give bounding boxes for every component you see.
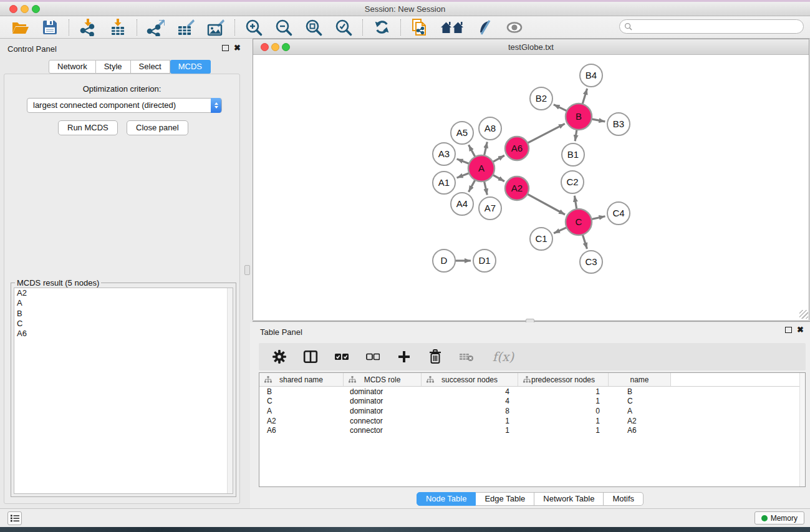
scrollbar-track[interactable] xyxy=(799,373,805,486)
cell-successor-nodes[interactable]: 8 xyxy=(422,407,518,415)
cell-shared-name[interactable]: A2 xyxy=(259,417,344,425)
close-panel-icon[interactable]: ✖ xyxy=(797,326,804,334)
zoom-out-icon[interactable] xyxy=(274,18,294,37)
list-item[interactable]: B xyxy=(14,309,233,319)
network-window-titlebar[interactable]: testGlobe.txt xyxy=(253,39,809,55)
cell-name[interactable]: C xyxy=(609,397,671,405)
zoom-in-icon[interactable] xyxy=(244,18,264,37)
cell-successor-nodes[interactable]: 4 xyxy=(422,387,518,396)
list-item[interactable]: A2 xyxy=(14,288,233,298)
cell-predecessor-nodes[interactable]: 0 xyxy=(518,407,609,415)
table-row[interactable]: B dominator 4 1 B xyxy=(259,387,805,397)
function-builder-button[interactable]: f(x) xyxy=(489,349,517,365)
run-mcds-button[interactable]: Run MCDS xyxy=(58,120,118,135)
cell-mcds-role[interactable]: dominator xyxy=(344,407,422,415)
tab-network[interactable]: Network xyxy=(49,60,96,74)
tab-style[interactable]: Style xyxy=(96,60,131,74)
clone-network-icon[interactable] xyxy=(410,18,430,37)
close-panel-button[interactable]: Close panel xyxy=(127,120,188,135)
graph-edge[interactable] xyxy=(493,155,504,162)
resize-grip-icon[interactable] xyxy=(799,310,808,319)
network-home-icon[interactable] xyxy=(440,18,465,37)
cell-predecessor-nodes[interactable]: 1 xyxy=(518,387,609,396)
list-item[interactable]: C xyxy=(14,319,233,329)
table-row[interactable]: A dominator 8 0 A xyxy=(259,406,805,416)
graph-edge[interactable] xyxy=(469,145,475,157)
splitter-handle[interactable] xyxy=(244,265,250,275)
cell-name[interactable]: A2 xyxy=(609,417,671,425)
graph-edge[interactable] xyxy=(469,180,475,191)
unselect-all-columns-icon[interactable] xyxy=(365,349,381,365)
select-all-columns-icon[interactable] xyxy=(334,349,350,365)
graph-edge[interactable] xyxy=(484,142,487,155)
graph-edge[interactable] xyxy=(592,216,605,220)
cell-shared-name[interactable]: A6 xyxy=(259,426,344,435)
cell-mcds-role[interactable]: connector xyxy=(344,426,422,435)
tab-mcds[interactable]: MCDS xyxy=(170,60,211,74)
graph-edge[interactable] xyxy=(457,173,470,178)
table-row[interactable]: A6 connector 1 1 A6 xyxy=(259,425,805,435)
cell-mcds-role[interactable]: connector xyxy=(344,417,422,425)
network-canvas[interactable]: ABCA2A6A1A3A4A5A7A8B1B2B3B4C1C2C3C4DD1 xyxy=(253,56,809,320)
scrollbar-track[interactable] xyxy=(227,288,233,493)
graph-edge[interactable] xyxy=(554,105,567,111)
show-panels-button[interactable] xyxy=(7,511,22,525)
list-item[interactable]: A xyxy=(14,298,233,308)
open-file-icon[interactable] xyxy=(10,18,30,37)
column-header-predecessor-nodes[interactable]: predecessor nodes xyxy=(518,373,609,386)
column-header-name[interactable]: name xyxy=(609,373,671,386)
graph-edge[interactable] xyxy=(592,119,605,122)
cell-predecessor-nodes[interactable]: 1 xyxy=(518,426,609,435)
search-field[interactable] xyxy=(619,19,804,34)
cell-shared-name[interactable]: C xyxy=(259,397,344,405)
zoom-fit-icon[interactable] xyxy=(304,18,324,37)
delete-table-icon[interactable] xyxy=(458,349,475,365)
tab-node-table[interactable]: Node Table xyxy=(417,492,476,506)
table-row[interactable]: A2 connector 1 1 A2 xyxy=(259,416,805,426)
cell-successor-nodes[interactable]: 1 xyxy=(422,417,518,425)
save-session-icon[interactable] xyxy=(40,18,60,37)
cell-shared-name[interactable]: A xyxy=(259,407,344,415)
column-header-mcds-role[interactable]: MCDS role xyxy=(344,373,422,386)
zoom-selected-icon[interactable] xyxy=(334,18,354,37)
tab-motifs[interactable]: Motifs xyxy=(604,492,644,506)
tab-edge-table[interactable]: Edge Table xyxy=(476,492,534,506)
import-network-icon[interactable] xyxy=(78,18,98,37)
table-row[interactable]: C dominator 4 1 C xyxy=(259,397,805,407)
cell-name[interactable]: B xyxy=(609,387,671,396)
cell-mcds-role[interactable]: dominator xyxy=(344,397,422,405)
export-network-icon[interactable] xyxy=(146,18,166,37)
show-graphics-details-icon[interactable] xyxy=(475,18,494,37)
cell-shared-name[interactable]: B xyxy=(259,387,344,396)
birds-eye-view-icon[interactable] xyxy=(504,18,524,37)
graph-edge[interactable] xyxy=(528,194,565,215)
search-input[interactable] xyxy=(632,21,803,32)
network-graph[interactable]: ABCA2A6A1A3A4A5A7A8B1B2B3B4C1C2C3C4DD1 xyxy=(253,56,809,320)
criterion-dropdown[interactable]: largest connected component (directed) xyxy=(27,98,222,113)
graph-edge[interactable] xyxy=(493,175,504,181)
cell-predecessor-nodes[interactable]: 1 xyxy=(518,397,609,405)
refresh-icon[interactable] xyxy=(372,18,392,37)
import-table-icon[interactable] xyxy=(108,18,128,37)
cell-mcds-role[interactable]: dominator xyxy=(344,387,422,396)
tab-select[interactable]: Select xyxy=(131,60,170,74)
show-columns-icon[interactable] xyxy=(302,349,319,365)
list-item[interactable]: A6 xyxy=(14,329,233,339)
graph-edge[interactable] xyxy=(574,196,576,210)
float-panel-icon[interactable] xyxy=(222,45,229,51)
cell-successor-nodes[interactable]: 1 xyxy=(422,426,518,435)
cell-name[interactable]: A xyxy=(609,407,671,415)
graph-edge[interactable] xyxy=(575,130,577,141)
cell-successor-nodes[interactable]: 4 xyxy=(422,397,518,405)
export-table-icon[interactable] xyxy=(176,18,196,37)
float-panel-icon[interactable] xyxy=(785,327,792,333)
export-image-icon[interactable] xyxy=(206,18,226,37)
memory-button[interactable]: Memory xyxy=(755,511,804,525)
graph-edge[interactable] xyxy=(528,123,565,143)
delete-column-trash-icon[interactable] xyxy=(427,349,443,365)
cell-name[interactable]: A6 xyxy=(609,426,671,435)
graph-edge[interactable] xyxy=(554,228,567,233)
column-header-successor-nodes[interactable]: successor nodes xyxy=(422,373,518,386)
cell-predecessor-nodes[interactable]: 1 xyxy=(518,417,609,425)
column-header-shared-name[interactable]: shared name xyxy=(259,373,344,386)
